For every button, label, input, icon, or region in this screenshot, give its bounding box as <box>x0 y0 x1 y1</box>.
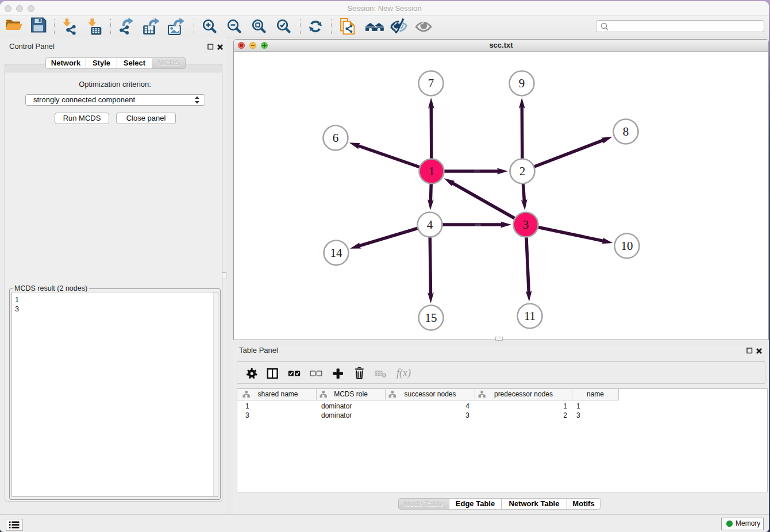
svg-text:8: 8 <box>623 125 629 138</box>
svg-text:15: 15 <box>425 311 437 325</box>
svg-text:9: 9 <box>519 76 525 90</box>
svg-text:4: 4 <box>427 218 433 232</box>
svg-text:6: 6 <box>333 131 339 145</box>
svg-text:7: 7 <box>428 76 434 90</box>
svg-text:14: 14 <box>330 246 343 260</box>
svg-text:1: 1 <box>429 164 435 178</box>
svg-text:11: 11 <box>524 309 536 323</box>
svg-text:2: 2 <box>519 164 526 178</box>
svg-text:3: 3 <box>523 218 529 232</box>
svg-text:10: 10 <box>621 239 633 253</box>
